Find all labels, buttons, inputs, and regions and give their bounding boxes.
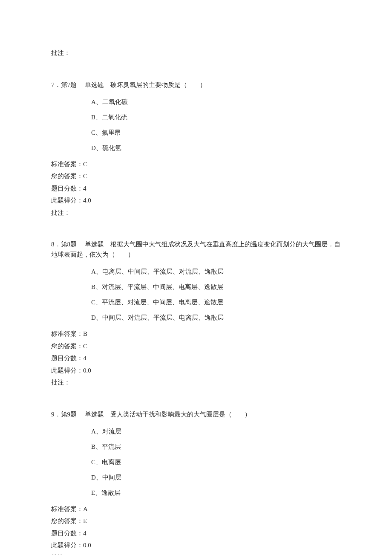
got-score: 此题得分：0.0 [51, 539, 341, 552]
your-answer: 您的答案：C [51, 170, 341, 182]
question-9: 9．第9题 单选题 受人类活动干扰和影响最大的大气圈层是（ ） A、对流层 B、… [51, 409, 341, 555]
option-b: B、对流层、平流层、中间层、电离层、逸散层 [91, 282, 341, 292]
option-a: A、电离层、中间层、平流层、对流层、逸散层 [91, 266, 341, 277]
question-9-answers: 标准答案：A 您的答案：E 题目分数：4 此题得分：0.0 批注： [51, 503, 341, 555]
standard-answer: 标准答案：C [51, 158, 341, 171]
option-c: C、平流层、对流层、中间层、电离层、逸散层 [91, 297, 341, 307]
option-d: D、中间层 [91, 472, 341, 483]
standard-answer: 标准答案：A [51, 503, 341, 515]
option-a: A、对流层 [91, 426, 341, 436]
option-e: E、逸散层 [91, 488, 341, 498]
got-score: 此题得分：4.0 [51, 194, 341, 207]
option-d: D、硫化氢 [91, 143, 341, 153]
score: 题目分数：4 [51, 352, 341, 364]
question-8: 8．第8题 单选题 根据大气圈中大气组成状况及大气在垂直高度上的温度变化而划分的… [51, 239, 341, 389]
option-a: A、二氧化碳 [91, 97, 341, 107]
question-7-stem: 7．第7题 单选题 破坏臭氧层的主要物质是（ ） [51, 80, 341, 90]
question-9-options: A、对流层 B、平流层 C、电离层 D、中间层 E、逸散层 [91, 426, 341, 498]
question-7: 7．第7题 单选题 破坏臭氧层的主要物质是（ ） A、二氧化碳 B、二氧化硫 C… [51, 80, 341, 219]
score: 题目分数：4 [51, 182, 341, 195]
standard-answer: 标准答案：B [51, 328, 341, 340]
remark: 批注： [51, 207, 341, 219]
question-8-stem: 8．第8题 单选题 根据大气圈中大气组成状况及大气在垂直高度上的温度变化而划分的… [51, 239, 341, 260]
score: 题目分数：4 [51, 527, 341, 540]
option-b: B、平流层 [91, 442, 341, 452]
option-d: D、中间层、对流层、平流层、电离层、逸散层 [91, 312, 341, 323]
question-8-answers: 标准答案：B 您的答案：C 题目分数：4 此题得分：0.0 批注： [51, 328, 341, 389]
your-answer: 您的答案：E [51, 515, 341, 527]
got-score: 此题得分：0.0 [51, 364, 341, 377]
top-remark: 批注： [51, 47, 341, 59]
remark: 批注： [51, 552, 341, 555]
question-7-answers: 标准答案：C 您的答案：C 题目分数：4 此题得分：4.0 批注： [51, 158, 341, 219]
option-b: B、二氧化硫 [91, 112, 341, 122]
remark: 批注： [51, 376, 341, 389]
option-c: C、氟里昂 [91, 127, 341, 138]
question-8-options: A、电离层、中间层、平流层、对流层、逸散层 B、对流层、平流层、中间层、电离层、… [91, 266, 341, 323]
question-7-options: A、二氧化碳 B、二氧化硫 C、氟里昂 D、硫化氢 [91, 97, 341, 153]
question-9-stem: 9．第9题 单选题 受人类活动干扰和影响最大的大气圈层是（ ） [51, 409, 341, 419]
option-c: C、电离层 [91, 457, 341, 467]
your-answer: 您的答案：C [51, 340, 341, 353]
